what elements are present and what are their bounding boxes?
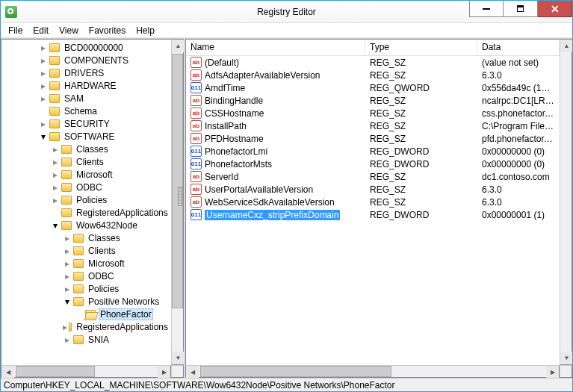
- collapse-icon[interactable]: ▾: [63, 297, 72, 306]
- tree-item[interactable]: ▸Policies: [3, 282, 170, 295]
- menu-favorites[interactable]: Favorites: [84, 24, 130, 37]
- string-value-icon: ab: [191, 184, 202, 195]
- registry-tree[interactable]: ▸BCD00000000▸COMPONENTS▸DRIVERS▸HARDWARE…: [1, 40, 171, 355]
- list-row[interactable]: 011UsernameCxz_stripPrefixDomainREG_DWOR…: [186, 208, 560, 221]
- expand-icon[interactable]: ▸: [51, 183, 60, 192]
- tree-item[interactable]: ▸HARDWARE: [3, 79, 170, 92]
- menu-view[interactable]: View: [55, 24, 83, 37]
- tree-item[interactable]: ▾Positive Networks: [3, 295, 170, 308]
- expand-icon[interactable]: ▸: [39, 69, 48, 78]
- scroll-down-button[interactable]: ▼: [560, 352, 572, 364]
- value-data: 0x00000000 (0): [477, 146, 560, 157]
- scroll-left-button[interactable]: ◀: [1, 366, 14, 378]
- tree-item-label: Policies: [87, 284, 120, 294]
- scroll-up-button[interactable]: ▲: [172, 40, 185, 52]
- tree-item[interactable]: ▸Microsoft: [3, 168, 170, 181]
- tree-item[interactable]: ▸Clients: [3, 244, 170, 257]
- value-type: REG_SZ: [365, 172, 477, 182]
- collapse-icon[interactable]: ▾: [39, 132, 48, 141]
- tree-item[interactable]: ▸Clients: [3, 155, 170, 168]
- expand-icon[interactable]: ▸: [63, 234, 72, 243]
- expand-icon[interactable]: ▸: [51, 196, 60, 205]
- expand-icon[interactable]: ▸: [63, 272, 72, 281]
- tree-item[interactable]: PhoneFactor: [3, 308, 170, 320]
- tree-item[interactable]: ▸SNIA: [3, 333, 170, 346]
- values-list[interactable]: ab(Default)REG_SZ(value not set)abAdfsAd…: [186, 56, 560, 221]
- folder-icon: [73, 246, 84, 255]
- list-horizontal-scrollbar[interactable]: ◀ ▶: [185, 365, 560, 378]
- list-vertical-scrollbar[interactable]: ▲ ▼: [560, 39, 572, 365]
- tree-item[interactable]: ▸SAM: [3, 92, 170, 105]
- list-row[interactable]: abPFDHostnameREG_SZpfd.phonefactor.net: [186, 132, 560, 145]
- tree-item[interactable]: ▾Wow6432Node: [3, 219, 170, 231]
- expand-icon[interactable]: ▸: [51, 145, 60, 154]
- list-row[interactable]: 011AmdfTimeREG_QWORD0x556da49c (14332489…: [186, 81, 560, 94]
- tree-item[interactable]: ▸ODBC: [3, 181, 170, 193]
- expand-icon[interactable]: ▸: [51, 158, 60, 167]
- list-row[interactable]: abWebServiceSdkAvailableVersionREG_SZ6.3…: [186, 196, 560, 208]
- list-row[interactable]: abInstallPathREG_SZC:\Program Files\Mult…: [186, 119, 560, 132]
- collapse-icon[interactable]: ▾: [51, 221, 60, 230]
- expand-icon[interactable]: ▸: [51, 170, 60, 179]
- tree-item-label: Clients: [87, 246, 117, 256]
- list-row[interactable]: abBindingHandleREG_SZncalrpc:DC1[LRPC-85…: [186, 94, 560, 107]
- expand-icon[interactable]: ▸: [39, 119, 48, 128]
- tree-item[interactable]: ▸ODBC: [3, 270, 170, 282]
- menu-edit[interactable]: Edit: [28, 24, 53, 37]
- tree-item[interactable]: ▸Classes: [3, 143, 170, 155]
- expand-icon[interactable]: ▸: [63, 246, 72, 255]
- minimize-button[interactable]: [469, 1, 504, 17]
- tree-item[interactable]: RegisteredApplications: [3, 206, 170, 219]
- folder-icon: [49, 107, 60, 116]
- list-row[interactable]: ab(Default)REG_SZ(value not set): [186, 56, 560, 69]
- column-header-name[interactable]: Name: [186, 40, 365, 55]
- tree-pane: ▸BCD00000000▸COMPONENTS▸DRIVERS▸HARDWARE…: [1, 39, 185, 378]
- tree-horizontal-scrollbar[interactable]: ◀ ▶: [1, 365, 171, 378]
- expand-icon[interactable]: ▸: [39, 43, 48, 52]
- value-name: (Default): [205, 57, 239, 68]
- list-row[interactable]: abAdfsAdapterAvailableVersionREG_SZ6.3.0: [186, 69, 560, 81]
- expand-icon[interactable]: ▸: [63, 284, 72, 293]
- tree-item[interactable]: ▾SOFTWARE: [3, 130, 170, 143]
- tree-item[interactable]: ▸Classes: [3, 231, 170, 244]
- expand-icon[interactable]: ▸: [63, 323, 67, 332]
- expand-icon[interactable]: ▸: [39, 94, 48, 103]
- value-type: REG_SZ: [365, 70, 477, 81]
- menu-file[interactable]: File: [4, 24, 27, 37]
- tree-item-label: COMPONENTS: [63, 55, 130, 66]
- scroll-up-button[interactable]: ▲: [560, 40, 572, 52]
- expand-icon[interactable]: ▸: [39, 81, 48, 90]
- binary-value-icon: 011: [191, 82, 202, 93]
- tree-item[interactable]: ▸DRIVERS: [3, 66, 170, 79]
- scroll-right-button[interactable]: ▶: [158, 366, 170, 378]
- expand-icon[interactable]: ▸: [39, 56, 48, 65]
- maximize-button[interactable]: [504, 1, 538, 17]
- list-row[interactable]: abUserPortalAvailableVersionREG_SZ6.3.0: [186, 183, 560, 196]
- window-controls: ✕: [469, 1, 572, 17]
- tree-item[interactable]: ▸RegisteredApplications: [3, 320, 170, 333]
- menu-help[interactable]: Help: [131, 24, 159, 37]
- close-button[interactable]: ✕: [538, 1, 572, 17]
- value-name: WebServiceSdkAvailableVersion: [205, 197, 335, 208]
- scroll-right-button[interactable]: ▶: [546, 366, 559, 378]
- value-data: 0x00000001 (1): [477, 210, 560, 220]
- column-header-type[interactable]: Type: [365, 40, 477, 55]
- list-row[interactable]: abServerIdREG_SZdc1.contoso.com: [186, 170, 560, 183]
- tree-item[interactable]: ▸Microsoft: [3, 257, 170, 270]
- tree-item[interactable]: ▸COMPONENTS: [3, 54, 170, 66]
- list-row[interactable]: 011PhonefactorMstsREG_DWORD0x00000000 (0…: [186, 158, 560, 170]
- column-header-data[interactable]: Data: [477, 40, 560, 55]
- value-data: C:\Program Files\Multi-Fa: [477, 121, 560, 131]
- expand-icon[interactable]: ▸: [63, 335, 72, 344]
- tree-item[interactable]: Schema: [3, 105, 170, 117]
- list-row[interactable]: 011PhonefactorLmiREG_DWORD0x00000000 (0): [186, 145, 560, 158]
- value-name: UsernameCxz_stripPrefixDomain: [205, 210, 340, 220]
- tree-item[interactable]: ▸BCD00000000: [3, 41, 170, 54]
- tree-item[interactable]: ▸Policies: [3, 193, 170, 206]
- splitter-grip[interactable]: [178, 187, 182, 206]
- scroll-left-button[interactable]: ◀: [186, 366, 199, 378]
- tree-item[interactable]: ▸SECURITY: [3, 117, 170, 130]
- expand-icon[interactable]: ▸: [63, 259, 72, 268]
- list-row[interactable]: abCSSHostnameREG_SZcss.phonefactor.net: [186, 107, 560, 119]
- scroll-down-button[interactable]: ▼: [172, 352, 185, 364]
